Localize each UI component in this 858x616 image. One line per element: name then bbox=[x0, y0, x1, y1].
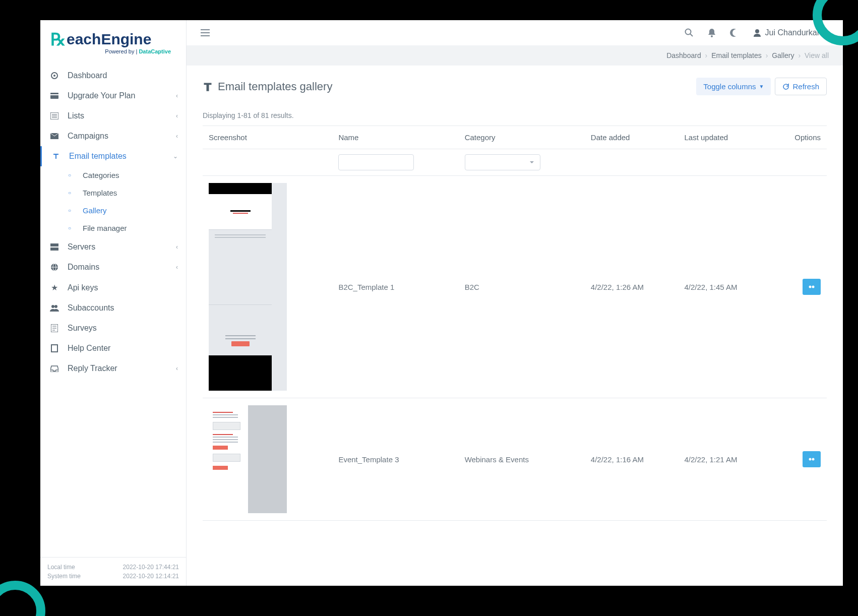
list-icon bbox=[48, 112, 60, 119]
circle-icon: ○ bbox=[64, 190, 76, 196]
globe-icon bbox=[48, 263, 60, 271]
template-thumbnail[interactable] bbox=[209, 183, 287, 391]
sidebar-sub-categories[interactable]: ○ Categories bbox=[53, 166, 186, 184]
mail-icon bbox=[48, 133, 60, 139]
filter-name-input[interactable] bbox=[338, 154, 414, 170]
sidebar-sub-label: Categories bbox=[83, 171, 119, 179]
col-options: Options bbox=[772, 126, 827, 149]
sidebar-sub-label: Gallery bbox=[83, 206, 107, 215]
table-row: Event_Template 3 Webinars & Events 4/2/2… bbox=[203, 398, 827, 521]
sidebar-item-lists[interactable]: Lists ‹ bbox=[40, 106, 186, 126]
sidebar-item-label: Reply Tracker bbox=[68, 364, 117, 373]
breadcrumb-item[interactable]: Email templates bbox=[711, 51, 762, 59]
sidebar-item-reply-tracker[interactable]: Reply Tracker ‹ bbox=[40, 358, 186, 379]
sidebar-item-campaigns[interactable]: Campaigns ‹ bbox=[40, 126, 186, 146]
template-thumbnail[interactable] bbox=[209, 405, 287, 513]
cell-last-updated: 4/2/22, 1:45 AM bbox=[678, 176, 772, 398]
text-icon bbox=[50, 152, 62, 160]
row-options-button[interactable] bbox=[803, 451, 821, 467]
sidebar-item-label: Help Center bbox=[68, 344, 110, 353]
sidebar-item-label: Servers bbox=[68, 242, 95, 252]
card-icon bbox=[48, 93, 60, 99]
cell-date-added: 4/2/22, 1:26 AM bbox=[585, 176, 679, 398]
local-time-value: 2022-10-20 17:44:21 bbox=[123, 564, 179, 571]
refresh-button[interactable]: Refresh bbox=[775, 78, 827, 95]
logo-main: ℞eachEngine bbox=[50, 29, 176, 49]
filter-category-select[interactable] bbox=[465, 154, 540, 170]
breadcrumb-current: View all bbox=[805, 51, 829, 59]
logo-text: eachEngine bbox=[67, 31, 151, 48]
svg-point-25 bbox=[685, 29, 691, 35]
logo-subtitle: Powered by | DataCaptive bbox=[50, 48, 176, 54]
circle-icon: ○ bbox=[64, 225, 76, 231]
search-icon[interactable] bbox=[685, 28, 694, 37]
sidebar-item-subaccounts[interactable]: Subaccounts bbox=[40, 298, 186, 318]
sidebar-item-label: Subaccounts bbox=[68, 303, 114, 313]
svg-point-28 bbox=[755, 29, 759, 33]
col-date-added[interactable]: Date added bbox=[585, 126, 679, 149]
sidebar-item-label: Campaigns bbox=[68, 132, 108, 141]
sidebar-sub-label: File manager bbox=[83, 224, 127, 232]
refresh-icon bbox=[782, 83, 789, 90]
logo[interactable]: ℞eachEngine Powered by | DataCaptive bbox=[40, 20, 186, 59]
col-last-updated[interactable]: Last updated bbox=[678, 126, 772, 149]
sidebar-item-domains[interactable]: Domains ‹ bbox=[40, 257, 186, 277]
sidebar-item-servers[interactable]: Servers ‹ bbox=[40, 237, 186, 257]
cell-name: Event_Template 3 bbox=[332, 398, 458, 521]
row-options-button[interactable] bbox=[803, 279, 821, 295]
sidebar: ℞eachEngine Powered by | DataCaptive Das… bbox=[40, 20, 187, 586]
cell-category: Webinars & Events bbox=[459, 398, 585, 521]
app-window: ℞eachEngine Powered by | DataCaptive Das… bbox=[40, 20, 843, 586]
decor-circle-bottom bbox=[0, 581, 45, 616]
sidebar-sub-filemanager[interactable]: ○ File manager bbox=[53, 219, 186, 237]
bell-icon[interactable] bbox=[708, 28, 716, 37]
col-screenshot[interactable]: Screenshot bbox=[203, 126, 332, 149]
col-category[interactable]: Category bbox=[459, 126, 585, 149]
sidebar-item-email-templates[interactable]: Email templates ⌄ bbox=[40, 146, 186, 166]
servers-icon bbox=[48, 243, 60, 251]
sidebar-item-label: Dashboard bbox=[68, 71, 107, 80]
sidebar-item-upgrade[interactable]: Upgrade Your Plan ‹ bbox=[40, 86, 186, 106]
svg-point-31 bbox=[809, 458, 812, 461]
topbar: Jui Chandurkar ▼ bbox=[187, 20, 843, 45]
hamburger-icon[interactable] bbox=[201, 29, 210, 36]
star-icon: ★ bbox=[48, 283, 60, 292]
sidebar-sub-gallery[interactable]: ○ Gallery bbox=[53, 202, 186, 219]
content: Email templates gallery Toggle columns ▼… bbox=[187, 66, 843, 586]
gear-icon bbox=[808, 455, 816, 463]
sidebar-item-label: Domains bbox=[68, 263, 99, 272]
user-name: Jui Chandurkar bbox=[765, 28, 820, 37]
sidebar-item-surveys[interactable]: Surveys bbox=[40, 318, 186, 338]
system-time-value: 2022-10-20 12:14:21 bbox=[123, 573, 179, 580]
sidebar-item-label: Surveys bbox=[68, 324, 97, 333]
page-actions: Toggle columns ▼ Refresh bbox=[696, 78, 827, 95]
cell-last-updated: 4/2/22, 1:21 AM bbox=[678, 398, 772, 521]
svg-point-30 bbox=[812, 286, 815, 288]
cell-category: B2C bbox=[459, 176, 585, 398]
svg-point-1 bbox=[53, 75, 55, 77]
moon-icon[interactable] bbox=[730, 28, 739, 37]
col-name[interactable]: Name bbox=[332, 126, 458, 149]
gear-icon bbox=[808, 283, 816, 291]
svg-point-14 bbox=[51, 305, 54, 308]
chevron-down-icon: ⌄ bbox=[173, 153, 178, 160]
sidebar-nav: Dashboard Upgrade Your Plan ‹ Lists ‹ bbox=[40, 59, 186, 557]
templates-table: Screenshot Name Category Date added Last… bbox=[203, 126, 827, 521]
survey-icon bbox=[48, 324, 60, 332]
breadcrumb-item[interactable]: Gallery bbox=[772, 51, 794, 59]
sidebar-sub-templates[interactable]: ○ Templates bbox=[53, 184, 186, 202]
users-icon bbox=[48, 304, 60, 312]
sidebar-item-label: Email templates bbox=[69, 152, 127, 161]
toggle-columns-button[interactable]: Toggle columns ▼ bbox=[696, 78, 771, 95]
sidebar-sub-label: Templates bbox=[83, 189, 117, 197]
sidebar-item-dashboard[interactable]: Dashboard bbox=[40, 66, 186, 86]
sidebar-item-help[interactable]: Help Center bbox=[40, 338, 186, 358]
page-title: Email templates gallery bbox=[203, 80, 332, 93]
caret-down-icon: ▼ bbox=[759, 84, 764, 89]
inbox-icon bbox=[48, 365, 60, 372]
chevron-left-icon: ‹ bbox=[176, 264, 178, 271]
breadcrumb-item[interactable]: Dashboard bbox=[666, 51, 701, 59]
user-icon bbox=[753, 29, 761, 37]
chevron-left-icon: ‹ bbox=[176, 112, 178, 119]
sidebar-item-apikeys[interactable]: ★ Api keys bbox=[40, 277, 186, 298]
